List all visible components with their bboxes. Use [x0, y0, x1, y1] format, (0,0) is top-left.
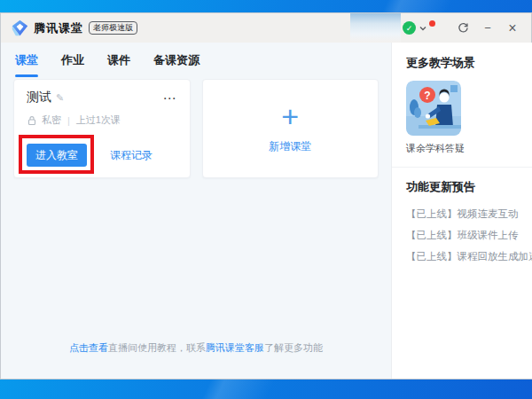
- main-panel: 课堂 作业 课件 备课资源 测试 ✎ ⋯: [1, 43, 391, 379]
- app-title: 腾讯课堂: [34, 20, 83, 36]
- privacy-label: 私密: [42, 113, 61, 127]
- minimize-button[interactable]: −: [478, 19, 497, 38]
- qa-scene-caption: 课余学科答疑: [406, 142, 532, 155]
- titlebar: 腾讯课堂 老师极速版 ✓ − ×: [1, 13, 531, 43]
- tab-classroom[interactable]: 课堂: [15, 52, 38, 79]
- help-footer: 点击查看直播间使用教程，联系腾讯课堂客服了解更多功能: [1, 341, 391, 355]
- update-item: 【已上线】班级课件上传: [406, 224, 532, 246]
- shield-check-icon: ✓: [403, 21, 416, 35]
- add-classroom-card[interactable]: + 新增课堂: [202, 79, 379, 178]
- refresh-button[interactable]: [453, 19, 473, 38]
- sidebar: 更多教学场景 ?: [391, 43, 532, 379]
- view-tutorial-link[interactable]: 点击查看: [69, 342, 108, 353]
- user-account-blurred[interactable]: [350, 13, 401, 43]
- question-mark-glyph: ?: [424, 90, 430, 102]
- contact-support-link[interactable]: 腾讯课堂客服: [206, 342, 264, 353]
- app-logo-icon: [12, 20, 28, 36]
- footer-text-1: 直播间使用教程，联系: [108, 342, 206, 353]
- footer-text-2: 了解更多功能: [264, 342, 323, 353]
- course-meta: 私密 | 上过1次课: [27, 113, 177, 127]
- more-options-icon[interactable]: ⋯: [163, 94, 177, 102]
- tab-bar: 课堂 作业 课件 备课资源: [1, 43, 391, 79]
- update-item: 【已上线】视频连麦互动: [406, 203, 532, 224]
- close-icon: ×: [508, 20, 516, 36]
- app-window: 腾讯课堂 老师极速版 ✓ − × 课堂 作业 课件: [0, 12, 532, 379]
- plus-icon: +: [281, 103, 299, 130]
- update-item: 【已上线】课程回放生成加速: [406, 246, 532, 267]
- lock-icon: [27, 115, 37, 126]
- meta-separator: |: [67, 115, 70, 126]
- chevron-down-icon[interactable]: [419, 24, 427, 33]
- qa-scene-illustration[interactable]: ?: [406, 81, 461, 136]
- edit-icon[interactable]: ✎: [56, 92, 64, 104]
- minimize-icon: −: [484, 21, 491, 35]
- updates-list: 【已上线】视频连麦互动 【已上线】班级课件上传 【已上线】课程回放生成加速: [406, 203, 532, 267]
- edition-badge: 老师极速版: [89, 21, 137, 35]
- check-glyph: ✓: [406, 24, 413, 33]
- course-records-link[interactable]: 课程记录: [110, 148, 153, 163]
- refresh-icon: [458, 22, 469, 34]
- scenes-section-title: 更多教学场景: [406, 55, 532, 71]
- notification-dot: [429, 20, 435, 27]
- updates-section-title: 功能更新预告: [406, 179, 532, 195]
- sessions-label: 上过1次课: [76, 113, 121, 127]
- close-button[interactable]: ×: [503, 19, 522, 38]
- tab-homework[interactable]: 作业: [61, 52, 84, 79]
- enter-classroom-button[interactable]: 进入教室: [27, 144, 87, 167]
- sidebar-divider: [392, 167, 532, 168]
- tab-courseware[interactable]: 课件: [107, 52, 130, 79]
- tab-prep-resources[interactable]: 备课资源: [153, 52, 200, 79]
- add-classroom-label: 新增课堂: [269, 139, 311, 154]
- course-card: 测试 ✎ ⋯ 私密 | 上过1次课: [13, 79, 191, 178]
- course-title: 测试: [27, 90, 51, 106]
